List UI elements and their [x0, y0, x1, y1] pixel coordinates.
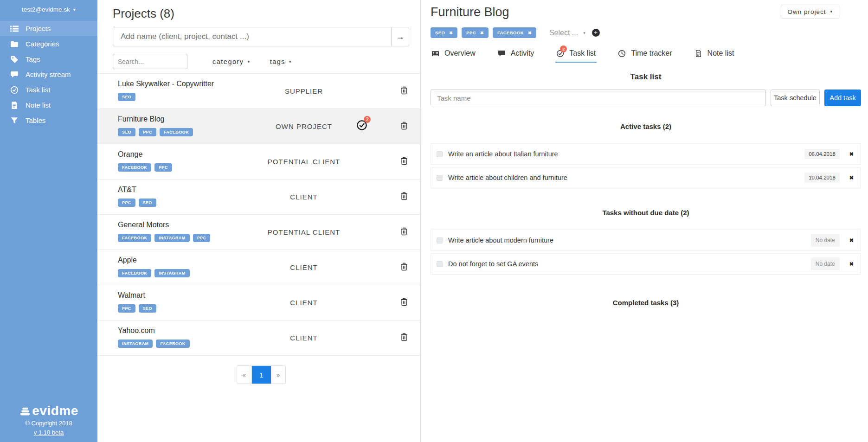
- project-row-general-motors[interactable]: General Motors FACEBOOKINSTAGRAMPPC POTE…: [97, 215, 420, 250]
- task-checkbox[interactable]: [437, 151, 443, 157]
- project-type: CLIENT: [251, 263, 357, 271]
- trash-icon[interactable]: [399, 156, 409, 166]
- task-row: Write article about modern furniture No …: [431, 230, 861, 251]
- logo-text: evidme: [32, 404, 78, 418]
- sidebar-item-tables[interactable]: Tables: [0, 113, 97, 128]
- trash-icon[interactable]: [399, 332, 409, 342]
- tag-pill: INSTAGRAM: [154, 234, 189, 242]
- tab-note-list[interactable]: Note list: [694, 47, 735, 63]
- copyright-text: © Copyright 2018: [0, 420, 97, 427]
- tag-pill: FACEBOOK: [156, 340, 189, 348]
- tag-pill: FACEBOOK ✖: [493, 27, 536, 38]
- no-date-badge[interactable]: No date: [811, 257, 840, 270]
- sidebar-footer: evidme © Copyright 2018 v 1.10 beta: [0, 404, 97, 436]
- funnel-icon: [10, 116, 19, 125]
- remove-tag-icon[interactable]: ✖: [480, 31, 484, 35]
- trash-icon[interactable]: [399, 297, 409, 307]
- tab-task-list[interactable]: 2 Task list: [555, 47, 597, 63]
- sidebar-item-task-list[interactable]: Task list: [0, 82, 97, 97]
- clock-icon: [618, 50, 626, 58]
- note-icon: [10, 101, 19, 109]
- add-tag-icon[interactable]: +: [592, 29, 600, 37]
- project-name: Furniture Blog: [118, 115, 165, 123]
- task-checkbox[interactable]: [437, 261, 443, 267]
- sidebar-item-label: Tags: [26, 55, 40, 63]
- project-row-yahoo-com[interactable]: Yahoo.com INSTAGRAMFACEBOOK CLIENT: [97, 320, 420, 356]
- sidebar-item-label: Projects: [26, 25, 51, 32]
- task-checkbox[interactable]: [437, 175, 443, 181]
- tag-pill: SEO ✖: [431, 27, 457, 38]
- submit-add-button[interactable]: →: [391, 27, 409, 46]
- tag-pill: PPC: [193, 234, 211, 242]
- task-due-date[interactable]: 06.04.2018: [804, 149, 840, 159]
- project-row-walmart[interactable]: Walmart PPCSEO CLIENT: [97, 285, 420, 320]
- sidebar-item-note-list[interactable]: Note list: [0, 97, 97, 113]
- pagination-next-button[interactable]: »: [271, 366, 285, 384]
- remove-tag-icon[interactable]: ✖: [528, 31, 532, 35]
- user-menu[interactable]: test2@evidme.sk ▾: [0, 2, 97, 16]
- chevron-down-icon: ▾: [289, 59, 292, 64]
- tab-label: Task list: [569, 49, 596, 58]
- pagination-page-1-button[interactable]: 1: [251, 366, 271, 384]
- trash-icon[interactable]: [399, 85, 409, 96]
- tab-label: Overview: [444, 49, 476, 58]
- task-close-icon[interactable]: ✖: [849, 175, 854, 181]
- sidebar-item-activity-stream[interactable]: Activity stream: [0, 67, 97, 82]
- project-row-luke-skywalker-copywritter[interactable]: Luke Skywalker - Copywritter SEO SUPPLIE…: [97, 74, 420, 109]
- tag-select-dropdown[interactable]: Select ...▾: [549, 29, 585, 37]
- project-type-label: Own project: [787, 8, 826, 15]
- chevron-down-icon: ▾: [73, 7, 76, 12]
- sidebar-item-label: Tables: [26, 116, 45, 124]
- page-title: Projects (8): [113, 6, 409, 21]
- chevron-down-icon: ▾: [830, 9, 833, 14]
- tag-pill: SEO: [118, 93, 135, 101]
- category-dropdown-label: category: [212, 58, 244, 65]
- tab-overview[interactable]: Overview: [431, 47, 476, 63]
- search-input[interactable]: [113, 54, 187, 69]
- trash-icon[interactable]: [399, 262, 409, 272]
- pagination-prev-button[interactable]: «: [237, 366, 251, 384]
- project-row-furniture-blog[interactable]: Furniture Blog SEOPPCFACEBOOK OWN PROJEC…: [97, 109, 420, 144]
- task-close-icon[interactable]: ✖: [849, 237, 854, 243]
- project-type-dropdown[interactable]: Own project ▾: [781, 5, 839, 19]
- check-circle-icon: 2: [556, 50, 564, 58]
- tag-pill: SEO: [139, 304, 156, 313]
- task-checkbox[interactable]: [437, 237, 443, 243]
- no-date-badge[interactable]: No date: [811, 234, 840, 247]
- sidebar-item-label: Note list: [26, 101, 51, 109]
- project-type: OWN PROJECT: [251, 122, 357, 130]
- version-link[interactable]: v 1.10 beta: [34, 429, 64, 436]
- task-name-input[interactable]: [431, 90, 766, 106]
- trash-icon[interactable]: [399, 191, 409, 201]
- project-row-at-t[interactable]: AT&T PPCSEO CLIENT: [97, 179, 420, 215]
- tag-pill: INSTAGRAM: [154, 269, 189, 277]
- task-rows: Write article about modern furniture No …: [431, 230, 861, 275]
- task-due-date[interactable]: 10.04.2018: [804, 173, 840, 183]
- tags-dropdown[interactable]: tags ▾: [270, 58, 292, 65]
- sidebar-item-categories[interactable]: Categories: [0, 36, 97, 51]
- chat-icon: [10, 70, 19, 79]
- detail-tabs: Overview Activity 2 Task list Time track…: [431, 47, 861, 63]
- tab-activity[interactable]: Activity: [497, 47, 535, 63]
- task-schedule-button[interactable]: Task schedule: [771, 90, 820, 106]
- project-tags: PPCSEO: [118, 304, 156, 313]
- trash-icon[interactable]: [399, 121, 409, 131]
- project-type: POTENTIAL CLIENT: [251, 228, 357, 236]
- tag-pill: PPC: [154, 163, 172, 172]
- project-name: Luke Skywalker - Copywritter: [118, 80, 214, 88]
- project-row-apple[interactable]: Apple FACEBOOKINSTAGRAM CLIENT: [97, 250, 420, 285]
- project-row-orange[interactable]: Orange FACEBOOKPPC POTENTIAL CLIENT: [97, 144, 420, 179]
- sidebar: test2@evidme.sk ▾ Projects Categories Ta…: [0, 0, 97, 442]
- sidebar-item-projects[interactable]: Projects: [0, 21, 97, 36]
- task-close-icon[interactable]: ✖: [849, 151, 854, 157]
- task-close-icon[interactable]: ✖: [849, 261, 854, 267]
- tag-pill-label: SEO: [435, 30, 445, 35]
- sidebar-item-tags[interactable]: Tags: [0, 51, 97, 67]
- tab-time-tracker[interactable]: Time tracker: [617, 47, 673, 63]
- add-name-input[interactable]: [113, 27, 391, 46]
- remove-tag-icon[interactable]: ✖: [449, 31, 453, 35]
- trash-icon[interactable]: [399, 226, 409, 237]
- category-dropdown[interactable]: category ▾: [212, 58, 251, 65]
- add-task-button[interactable]: Add task: [824, 90, 861, 106]
- sidebar-item-label: Categories: [26, 40, 59, 48]
